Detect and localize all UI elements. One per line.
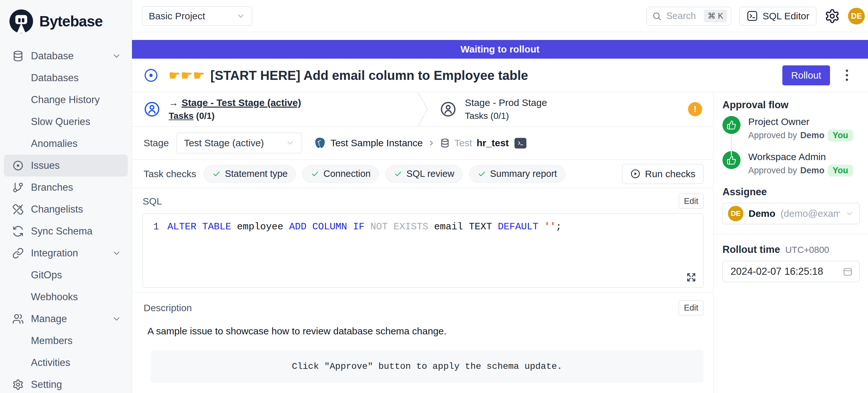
assignee-avatar: DE (728, 206, 743, 221)
sidebar-item-label: Branches (31, 182, 121, 193)
issue-title-row: ☛☛☛[START HERE] Add email column to Empl… (132, 59, 868, 92)
check-statement-type[interactable]: Statement type (204, 165, 296, 183)
you-badge: You (828, 164, 853, 177)
chevron-down-icon (112, 51, 121, 61)
sidebar-item-setting[interactable]: Setting (4, 374, 128, 393)
approver-name: Demo (800, 130, 825, 141)
refresh-icon (12, 225, 24, 237)
approver-name: Demo (800, 165, 825, 176)
bytebase-logo-icon (8, 8, 35, 35)
stage-person-icon (144, 101, 160, 118)
logo-text: Bytebase (39, 12, 103, 30)
run-checks-button[interactable]: Run checks (622, 164, 704, 184)
sidebar-item-manage[interactable]: Manage (4, 308, 128, 330)
sql-editor-button[interactable]: SQL Editor (739, 7, 816, 26)
assignee-name: Demo (749, 208, 775, 219)
approval-step: Workspace Admin Approved byDemoYou (722, 151, 860, 177)
sidebar-item-label: Changelists (31, 204, 121, 215)
check-sql-review[interactable]: SQL review (385, 165, 463, 183)
database-name[interactable]: hr_test (476, 138, 509, 149)
approval-status: Approved byDemoYou (748, 129, 853, 142)
approver-role: Project Owner (748, 116, 853, 127)
sql-editor-block[interactable]: 1ALTER TABLE employee ADD COLUMN IF NOT … (143, 214, 704, 288)
issue-circle-dot-icon (12, 160, 24, 171)
chevron-down-icon (236, 11, 245, 21)
gear-icon (12, 379, 24, 390)
project-selector-value: Basic Project (149, 11, 205, 22)
settings-gear-icon[interactable] (825, 8, 840, 24)
task-checks-row: Task checks Statement type Connection SQ… (132, 160, 713, 188)
description-edit-button[interactable]: Edit (679, 300, 704, 315)
sidebar-item-activities[interactable]: Activities (4, 352, 128, 374)
stage-test[interactable]: →Stage - Test Stage (active) Tasks (0/1) (132, 92, 422, 126)
sidebar-item-anomalies[interactable]: Anomalies (4, 133, 128, 155)
open-sql-editor-icon[interactable] (515, 138, 526, 149)
sidebar-item-sync-schema[interactable]: Sync Schema (4, 220, 128, 242)
approver-role: Workspace Admin (748, 151, 853, 163)
stage-name: Stage - Prod Stage (465, 97, 547, 108)
assignee-heading: Assignee (722, 186, 860, 198)
link-icon (12, 247, 24, 259)
sidebar-item-databases[interactable]: Databases (4, 67, 128, 89)
content: →Stage - Test Stage (active) Tasks (0/1)… (132, 92, 868, 393)
environment-label: Test (454, 138, 472, 149)
current-stage-arrow: → (169, 97, 178, 108)
stage-prod[interactable]: Stage - Prod Stage Tasks (0/1) ! (422, 92, 713, 126)
sidebar-item-gitops[interactable]: GitOps (4, 264, 128, 286)
sidebar-item-label: Slow Queries (31, 116, 121, 127)
sidebar-item-changelists[interactable]: Changelists (4, 199, 128, 220)
sidebar-item-slow-queries[interactable]: Slow Queries (4, 111, 128, 133)
logo[interactable]: Bytebase (0, 0, 132, 40)
page-title: ☛☛☛[START HERE] Add email column to Empl… (169, 68, 782, 83)
search-icon (652, 11, 662, 21)
project-selector[interactable]: Basic Project (142, 6, 252, 26)
sidebar-item-label: Activities (31, 357, 121, 368)
sidebar-item-label: Webhooks (31, 291, 121, 303)
issue-status-icon (144, 68, 158, 83)
user-avatar[interactable]: DE (848, 8, 865, 25)
sidebar-item-label: Anomalies (31, 138, 121, 149)
chevron-down-icon (845, 209, 854, 218)
sidebar-item-database[interactable]: Database (4, 45, 128, 67)
stage-name: →Stage - Test Stage (active) (169, 97, 301, 108)
database-icon (12, 50, 24, 62)
search-shortcut-badge: ⌘ K (704, 10, 727, 22)
description-text: A sample issue to showcase how to review… (144, 326, 704, 337)
stage-tasks[interactable]: Tasks (0/1) (169, 111, 301, 121)
rollout-button[interactable]: Rollout (782, 65, 830, 85)
sidebar-item-label: Databases (31, 72, 121, 84)
search-input[interactable]: Search ⌘ K (647, 7, 731, 26)
rollout-time-input[interactable]: 2024-02-07 16:25:18 (722, 261, 860, 282)
sql-edit-button[interactable]: Edit (679, 193, 704, 209)
sql-editor-label: SQL Editor (763, 11, 809, 22)
sidebar-item-change-history[interactable]: Change History (4, 89, 128, 111)
expand-icon[interactable] (685, 271, 698, 283)
stage-select[interactable]: Test Stage (active) (177, 133, 302, 153)
rollout-time-heading: Rollout time UTC+0800 (722, 244, 860, 255)
check-summary-report[interactable]: Summary report (469, 165, 565, 183)
timezone-label: UTC+0800 (785, 245, 829, 255)
sidebar-item-branches[interactable]: Branches (4, 177, 128, 199)
users-icon (12, 313, 24, 325)
sidebar-item-members[interactable]: Members (4, 330, 128, 352)
panel-divider (713, 234, 868, 234)
sidebar-item-integration[interactable]: Integration (4, 242, 128, 264)
sidebar-nav: Database Databases Change History Slow Q… (0, 40, 132, 393)
stage-person-icon (440, 101, 457, 118)
description-code-block: Click "Approve" button to apply the sche… (151, 350, 704, 383)
sidebar-item-label: Change History (31, 94, 121, 105)
kebab-menu-icon[interactable] (840, 68, 853, 83)
check-icon (212, 170, 221, 178)
instance-name[interactable]: Test Sample Instance (330, 138, 423, 149)
topbar: Basic Project Search ⌘ K SQL Editor DE (132, 0, 868, 32)
check-connection[interactable]: Connection (302, 165, 379, 183)
sidebar-item-issues[interactable]: Issues (4, 155, 128, 177)
status-banner: Waiting to rollout (132, 40, 868, 59)
chevron-down-icon (112, 248, 121, 258)
sidebar-item-webhooks[interactable]: Webhooks (4, 286, 128, 308)
git-branch-icon (12, 182, 24, 193)
sidebar-item-label: GitOps (31, 269, 121, 281)
sidebar: Bytebase Database Databases Change Histo… (0, 0, 132, 393)
assignee-select[interactable]: DE Demo (demo@example (722, 203, 860, 224)
check-icon (311, 170, 319, 178)
